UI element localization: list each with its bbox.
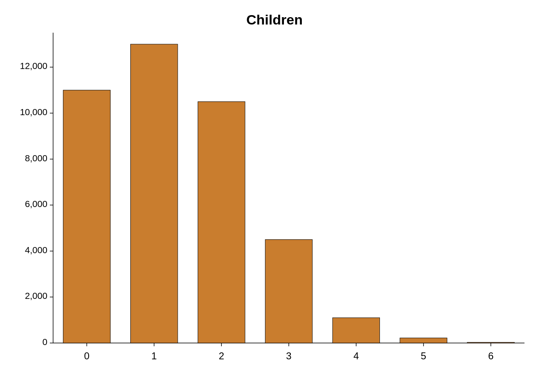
chart-container: 02,0004,0006,0008,00010,00012,0000123456… (0, 0, 549, 392)
svg-rect-33 (198, 102, 245, 343)
svg-text:1: 1 (152, 350, 157, 361)
svg-text:Children: Children (246, 12, 303, 27)
svg-text:6,000: 6,000 (25, 199, 47, 209)
svg-text:4,000: 4,000 (25, 245, 47, 255)
svg-rect-36 (400, 338, 447, 343)
svg-text:8,000: 8,000 (25, 153, 47, 163)
svg-text:5: 5 (421, 350, 426, 361)
svg-text:12,000: 12,000 (20, 61, 47, 71)
svg-rect-37 (467, 342, 514, 343)
svg-text:0: 0 (84, 350, 89, 361)
svg-text:2,000: 2,000 (25, 291, 47, 301)
svg-rect-32 (131, 44, 178, 343)
svg-text:10,000: 10,000 (20, 107, 47, 117)
svg-rect-31 (63, 90, 110, 343)
svg-text:6: 6 (488, 350, 493, 361)
svg-text:0: 0 (42, 337, 47, 347)
svg-rect-35 (333, 318, 379, 343)
svg-text:3: 3 (286, 350, 291, 361)
svg-text:2: 2 (219, 350, 224, 361)
svg-text:4: 4 (353, 350, 359, 361)
bar-chart: 02,0004,0006,0008,00010,00012,0000123456… (0, 0, 549, 392)
svg-rect-34 (265, 240, 312, 343)
